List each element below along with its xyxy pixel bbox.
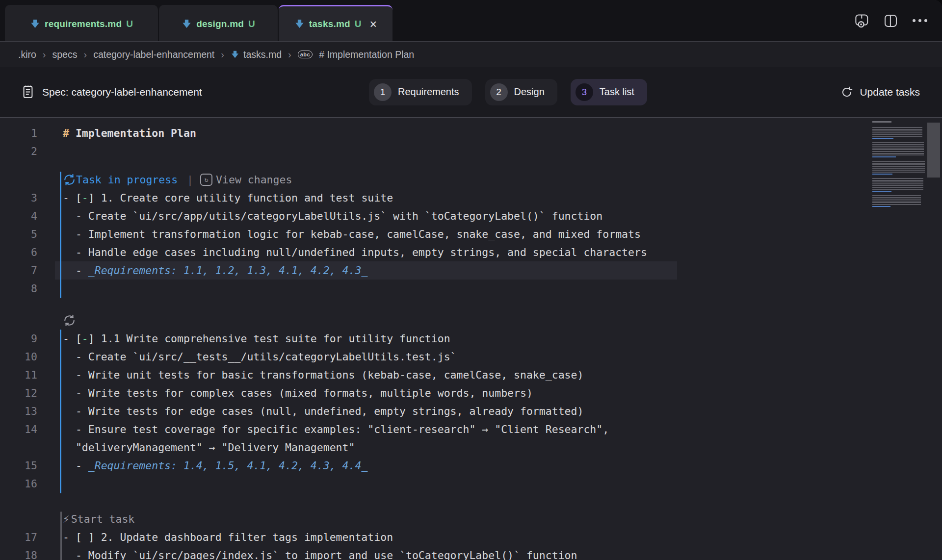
line-number: 11: [0, 366, 37, 384]
breadcrumb-item[interactable]: specs: [52, 49, 78, 60]
minimap-section: [872, 178, 923, 190]
editor-line: 6 - Handle edge cases including null/und…: [0, 243, 942, 261]
chevron-right-icon: ›: [221, 49, 224, 60]
editor-line: 8: [0, 280, 942, 298]
code-text[interactable]: - Write unit tests for basic transformat…: [63, 369, 583, 381]
code-text[interactable]: - [ ] 2. Update dashboard filter tags im…: [63, 531, 393, 543]
code-text[interactable]: - Modify `ui/src/pages/index.js` to impo…: [63, 549, 577, 560]
start-task-link[interactable]: Start task: [71, 510, 134, 528]
code-text[interactable]: - Ensure test coverage for specific exam…: [63, 423, 609, 435]
step-task-list[interactable]: 3Task list: [571, 79, 647, 105]
editor-line: 3- [-] 1. Create core utility function a…: [0, 189, 942, 207]
code-text[interactable]: - Create `ui/src/app/utils/categoryLabel…: [63, 210, 602, 222]
line-number: 13: [0, 402, 37, 420]
editor-line: 14 - Ensure test coverage for specific e…: [0, 420, 942, 438]
line-number: 1: [0, 124, 37, 142]
code-text[interactable]: - Handle edge cases including null/undef…: [63, 246, 647, 258]
task-widget-row: ⚡Start task: [0, 493, 942, 528]
markdown-file-icon: [231, 50, 239, 59]
markdown-file-icon: [182, 19, 192, 29]
step-number: 2: [490, 83, 508, 101]
minimap[interactable]: [872, 121, 925, 210]
editor-line: 16: [0, 475, 942, 493]
tab-label: requirements.md: [45, 19, 122, 29]
active-indent-guide: [60, 330, 61, 493]
spec-bar: Spec: category-label-enhancement 1Requir…: [0, 67, 942, 118]
step-requirements[interactable]: 1Requirements: [369, 79, 472, 105]
step-number: 1: [374, 83, 392, 101]
minimap-highlight-line: [872, 156, 896, 157]
editor-line: 2: [0, 142, 942, 160]
split-editor-icon[interactable]: [884, 14, 898, 28]
breadcrumb-file-label: tasks.md: [243, 49, 282, 60]
breadcrumb-item[interactable]: category-label-enhancement: [93, 49, 214, 60]
clipboard-icon: [22, 85, 34, 99]
task-widget-row: [0, 298, 942, 330]
code-text[interactable]: - [-] 1.1 Write comprehensive test suite…: [63, 332, 450, 345]
editor-line: 15 - _Requirements: 1.4, 1.5, 4.1, 4.2, …: [0, 457, 942, 475]
minimap-section: [872, 195, 921, 205]
line-number: 8: [0, 280, 37, 298]
tab-tasks.md[interactable]: tasks.mdU×: [279, 5, 392, 41]
breadcrumb-file[interactable]: tasks.md: [231, 49, 282, 60]
tab-strip: requirements.mdUdesign.mdUtasks.mdU×: [0, 0, 942, 41]
editor-window: requirements.mdUdesign.mdUtasks.mdU×: [0, 0, 942, 560]
code-text[interactable]: - Implement transformation logic for keb…: [63, 228, 641, 240]
scrollbar-thumb[interactable]: [927, 123, 940, 178]
minimap-highlight-line: [872, 206, 890, 207]
editor-line: 18 - Modify `ui/src/pages/index.js` to i…: [0, 546, 942, 560]
line-number: 18: [0, 546, 37, 560]
close-icon[interactable]: ×: [370, 19, 377, 29]
breadcrumb: .kiro›specs›category-label-enhancement›t…: [0, 41, 942, 67]
code-text[interactable]: "deliveryManagement" → "Delivery Managem…: [63, 441, 355, 454]
code-text[interactable]: - Write tests for edge cases (null, unde…: [63, 405, 583, 417]
lightning-icon: ⚡: [63, 510, 70, 528]
tab-bar: requirements.mdUdesign.mdUtasks.mdU×: [0, 0, 942, 41]
step-label: Design: [514, 86, 545, 98]
task-widget-row: Task in progress|↻View changes: [0, 160, 942, 189]
sync-icon: [63, 314, 76, 327]
editor-line: 5 - Implement transformation logic for k…: [0, 225, 942, 243]
editor[interactable]: 1# Implementation Plan2Task in progress|…: [0, 118, 942, 560]
code-text[interactable]: - _Requirements: 1.4, 1.5, 4.1, 4.2, 4.3…: [63, 459, 367, 472]
step-number: 3: [576, 83, 593, 101]
widget-divider: |: [187, 171, 193, 189]
minimap-highlight-line: [872, 138, 893, 139]
code-text[interactable]: - Create `ui/src/__tests__/utils/categor…: [63, 351, 457, 363]
editor-line: 11 - Write unit tests for basic transfor…: [0, 366, 942, 384]
git-status-badge: U: [126, 19, 133, 29]
markdown-file-icon: [30, 19, 40, 29]
code-text[interactable]: # Implementation Plan: [63, 127, 196, 139]
sync-icon: [63, 173, 76, 186]
code-text[interactable]: - Write tests for complex cases (mixed f…: [63, 387, 533, 399]
breadcrumb-item[interactable]: .kiro: [18, 49, 36, 60]
more-actions-icon[interactable]: [912, 18, 928, 23]
active-indent-guide: [60, 172, 61, 298]
update-tasks-button[interactable]: Update tasks: [840, 86, 920, 99]
open-preview-icon[interactable]: [855, 14, 870, 28]
editor-line: 17- [ ] 2. Update dashboard filter tags …: [0, 528, 942, 546]
step-design[interactable]: 2Design: [485, 79, 557, 105]
markdown-file-icon: [294, 19, 305, 29]
line-number: 14: [0, 420, 37, 438]
line-number: 5: [0, 225, 37, 243]
code-area: 1# Implementation Plan2Task in progress|…: [0, 124, 942, 560]
code-text[interactable]: - [-] 1. Create core utility function an…: [63, 192, 393, 204]
line-number: 4: [0, 207, 37, 225]
update-tasks-label: Update tasks: [860, 86, 920, 98]
step-label: Requirements: [398, 86, 459, 98]
view-changes-icon[interactable]: ↻: [200, 174, 212, 186]
view-changes-link[interactable]: View changes: [216, 171, 292, 189]
editor-line: 9- [-] 1.1 Write comprehensive test suit…: [0, 330, 942, 348]
breadcrumb-symbol[interactable]: # Implementation Plan: [319, 49, 414, 60]
tab-design.md[interactable]: design.mdU: [159, 5, 278, 41]
task-in-progress-label[interactable]: Task in progress: [76, 171, 178, 189]
minimap-section: [872, 127, 922, 137]
code-text[interactable]: - _Requirements: 1.1, 1.2, 1.3, 4.1, 4.2…: [63, 264, 367, 277]
line-number: 3: [0, 189, 37, 207]
tab-requirements.md[interactable]: requirements.mdU: [5, 5, 158, 41]
minimap-section: [872, 161, 925, 173]
line-number: 7: [0, 261, 37, 280]
tab-label: tasks.md: [309, 19, 350, 29]
chevron-right-icon: ›: [288, 49, 291, 60]
